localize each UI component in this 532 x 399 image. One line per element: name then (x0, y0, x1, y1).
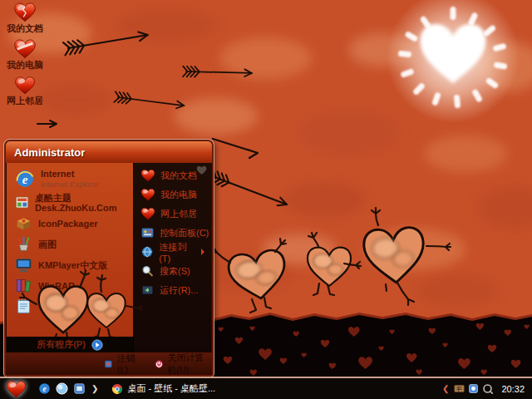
broken-heart-icon (13, 2, 37, 22)
submenu-arrow-icon (201, 249, 204, 255)
menu-item-label: 画图 (38, 239, 57, 249)
shutdown-button[interactable]: 关闭计算机(U) (167, 352, 212, 377)
task-button-label: 桌面 - 壁纸 - 桌酷壁... (127, 382, 215, 395)
menu-item-label: Internet (41, 169, 74, 179)
kmplayer-icon (15, 256, 32, 273)
username: Administrator (14, 146, 85, 159)
menu-item-internet[interactable]: e Internet Internet Explorer (7, 165, 133, 192)
heart-icon (14, 76, 36, 95)
start-menu: Administrator e Internet Internet Explor… (4, 140, 214, 377)
menu-item-label: 控制面板(C) (160, 227, 209, 239)
browser-task-icon (111, 383, 123, 395)
tray-input-method-icon[interactable] (454, 383, 465, 394)
menu-item-label: 搜索(S) (160, 265, 190, 278)
start-menu-right-panel: 我的文档 我的电脑 网上邻居 控制面板(C) (133, 163, 211, 352)
connect-icon (140, 245, 154, 259)
all-programs-arrow-icon (91, 339, 103, 351)
tray-volume-icon[interactable] (482, 383, 493, 394)
menu-item-label: 记事本 (38, 302, 66, 312)
desktop-icon-label: 我的文档 (7, 23, 43, 33)
menu-item-notepad[interactable]: 记事本 (7, 296, 133, 317)
desktop-icon-network-places[interactable]: 网上邻居 (2, 76, 48, 106)
menu-item-label: KMPlayer中文版 (38, 260, 107, 270)
start-menu-footer: 注销(L) 关闭计算机(U) (6, 352, 212, 375)
menu-item-kmplayer[interactable]: KMPlayer中文版 (7, 254, 133, 275)
menu-item-label: 运行(R)... (160, 284, 198, 297)
desktop-icon-my-documents[interactable]: 我的文档 (2, 2, 48, 33)
menu-item-my-computer[interactable]: 我的电脑 (134, 185, 211, 204)
start-menu-header: Administrator (6, 141, 212, 163)
logoff-button[interactable]: 注销(L) (117, 352, 140, 375)
svg-text:e: e (42, 385, 46, 393)
menu-item-label: WinRAR (38, 281, 75, 291)
iconpackager-icon (15, 214, 32, 232)
quick-launch-app-icon[interactable] (73, 382, 86, 395)
paint-icon (15, 235, 32, 253)
menu-item-zhuoku[interactable]: 桌酷主题Desk.ZhuoKu.Com (7, 192, 133, 213)
menu-item-label: 网上邻居 (160, 208, 197, 220)
tray-messenger-icon[interactable] (468, 383, 479, 394)
all-programs-label: 所有程序(P) (37, 338, 86, 351)
menu-item-run[interactable]: 运行(R)... (134, 281, 211, 300)
zhuoku-app-icon (15, 194, 29, 211)
menu-item-network-places[interactable]: 网上邻居 (134, 204, 211, 224)
svg-text:e: e (22, 173, 28, 186)
winrar-icon (15, 277, 32, 294)
quick-launch-expand-icon[interactable]: ❯ (91, 384, 98, 393)
menu-item-label: IconPackager (38, 219, 98, 229)
menu-item-sublabel: Internet Explorer (41, 180, 99, 189)
desktop-icon-label: 网上邻居 (7, 96, 43, 106)
menu-item-paint[interactable]: 画图 (7, 234, 133, 254)
shutdown-icon (155, 358, 164, 370)
tray-collapse-icon[interactable]: ❮ (442, 384, 449, 393)
run-icon (140, 283, 155, 297)
search-icon (140, 264, 155, 278)
internet-explorer-icon: e (15, 169, 35, 189)
menu-item-label: 连接到(T) (159, 241, 196, 264)
quick-launch-ie-icon[interactable]: e (38, 382, 51, 395)
heart-icon (140, 169, 155, 182)
heart-ribbon-icon (13, 38, 37, 59)
desktop-icon-label: 我的电脑 (7, 60, 43, 70)
menu-item-winrar[interactable]: WinRAR (7, 275, 133, 296)
menu-item-connect-to[interactable]: 连接到(T) (134, 243, 211, 262)
menu-item-label: 我的文档 (160, 170, 197, 182)
heart-icon (140, 207, 155, 220)
start-heart-icon (6, 380, 27, 398)
menu-item-my-documents[interactable]: 我的文档 (134, 166, 211, 185)
taskbar: e ❯ 桌面 - 壁纸 - 桌酷壁... ❮ (0, 377, 532, 399)
menu-item-search[interactable]: 搜索(S) (134, 262, 211, 281)
menu-item-label: 桌酷主题Desk.ZhuoKu.Com (35, 193, 131, 213)
start-menu-left-panel: e Internet Internet Explorer 桌酷主题Desk.Zh… (7, 163, 133, 352)
menu-item-iconpackager[interactable]: IconPackager (7, 213, 133, 234)
desktop: 我的文档 我的电脑 网上邻居 Administrator e Internet (0, 0, 532, 399)
heart-icon (140, 188, 155, 201)
taskbar-task-button[interactable]: 桌面 - 壁纸 - 桌酷壁... (106, 381, 220, 397)
system-tray: ❮ 20:32 (442, 383, 525, 394)
all-programs-button[interactable]: 所有程序(P) (7, 337, 133, 352)
control-panel-icon (140, 226, 155, 239)
taskbar-clock[interactable]: 20:32 (501, 384, 525, 394)
start-button[interactable] (6, 380, 27, 398)
logoff-icon (104, 358, 113, 370)
quick-launch-messenger-icon[interactable] (56, 382, 68, 395)
menu-item-label: 我的电脑 (160, 189, 197, 201)
notepad-icon (15, 298, 32, 315)
desktop-icon-my-computer[interactable]: 我的电脑 (2, 38, 48, 70)
quick-launch: e (38, 382, 86, 395)
